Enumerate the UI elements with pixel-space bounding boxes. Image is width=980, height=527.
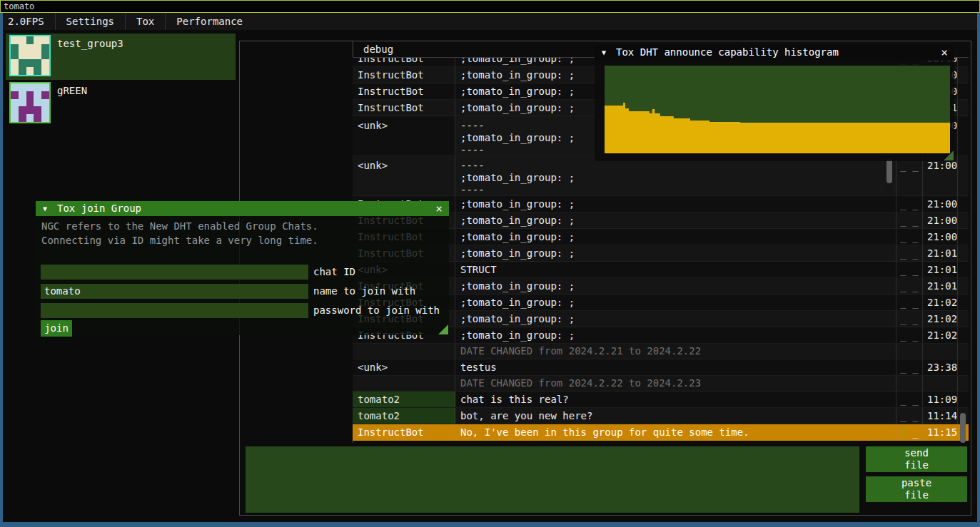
- sender-name-cell: [353, 376, 455, 391]
- chat-id-input[interactable]: [41, 265, 308, 280]
- avatar-pixel: [26, 36, 34, 44]
- delivery-ticks-cell: _ _: [896, 392, 923, 407]
- sender-name-cell: <unk>: [353, 359, 455, 375]
- delivery-tick: _: [906, 410, 919, 421]
- avatar-pixel: [11, 114, 19, 122]
- avatar-pixel: [34, 44, 41, 52]
- avatar-pixel: [19, 99, 26, 107]
- timestamp-cell: 21:01: [923, 278, 958, 294]
- menu-item-tox[interactable]: Tox: [126, 13, 165, 30]
- chat-row[interactable]: <unk>----;tomato_in_group: ;----_ _21:00: [353, 156, 969, 196]
- chat-id-label: chat ID: [313, 265, 355, 280]
- delivery-ticks-cell: _ _: [896, 262, 923, 277]
- join-group-title: Tox join Group: [57, 201, 141, 216]
- avatar-pixel: [41, 52, 49, 60]
- row-padding-cell: [958, 156, 969, 195]
- delivery-tick: _: [906, 231, 919, 242]
- message-cell: ;tomato_in_group: ;: [455, 245, 896, 261]
- resize-grip-icon[interactable]: [944, 150, 954, 160]
- chat-row[interactable]: DATE CHANGED from 2024.2.22 to 2024.2.23: [353, 376, 969, 392]
- paste-file-button[interactable]: paste file: [866, 476, 967, 502]
- dht-histogram-body: [595, 60, 954, 161]
- delivery-tick: _: [906, 198, 919, 210]
- message-cell: DATE CHANGED from 2024.2.22 to 2024.2.23: [455, 376, 896, 391]
- join-button[interactable]: join: [41, 320, 72, 337]
- delivery-tick: _: [900, 160, 906, 171]
- avatar-pixel: [26, 99, 34, 107]
- delivery-ticks-cell: _ _: [896, 295, 923, 310]
- chat-row[interactable]: tomato2bot, are you new here?_ _11:14: [353, 408, 969, 424]
- message-input[interactable]: [246, 446, 859, 513]
- timestamp-cell: 11:15: [923, 424, 958, 440]
- delivery-ticks-cell: _ _: [896, 359, 923, 375]
- collapse-arrow-icon[interactable]: ▼: [43, 201, 47, 216]
- delivery-tick: _: [906, 160, 919, 171]
- delivery-tick: _: [906, 394, 919, 405]
- menu-item-2-0fps[interactable]: 2.0FPS: [3, 13, 55, 30]
- group-name-label: test_group3: [57, 38, 123, 49]
- password-to-join-with-input[interactable]: [41, 303, 308, 318]
- group-item-green[interactable]: gREEN: [6, 81, 236, 127]
- avatar-pixel: [26, 91, 34, 99]
- chat-row[interactable]: <unk>testus_ _23:38: [353, 359, 969, 376]
- avatar-pixel: [11, 36, 19, 44]
- message-line: ;tomato_in_group: ;: [460, 172, 896, 184]
- message-scrollbar[interactable]: [886, 159, 892, 183]
- menu-item-performance[interactable]: Performance: [166, 13, 253, 30]
- chat-row[interactable]: tomato2chat is this real?_ _11:09: [353, 392, 969, 408]
- group-item-test-group3[interactable]: test_group3: [6, 34, 236, 80]
- resize-grip-icon[interactable]: [438, 324, 448, 334]
- avatar-pixel: [41, 91, 49, 99]
- delivery-tick: _: [906, 297, 919, 308]
- group-name-label: gREEN: [57, 85, 87, 96]
- delivery-tick: _: [906, 247, 919, 259]
- delivery-ticks-cell: [896, 376, 923, 391]
- name-to-join-with-input[interactable]: tomato: [41, 284, 308, 299]
- delivery-tick: _: [906, 329, 919, 341]
- chat-row[interactable]: InstructBotNo, I've been in this group f…: [353, 424, 969, 441]
- histogram-plot: [605, 66, 950, 153]
- delivery-tick: _: [906, 264, 919, 275]
- message-cell: ;tomato_in_group: ;: [455, 295, 896, 310]
- ngc-info-line: Connecting via ID might take a very long…: [41, 235, 318, 246]
- delivery-tick: _: [900, 231, 906, 242]
- avatar-pixel: [11, 106, 19, 114]
- timestamp-cell: 11:14: [923, 408, 958, 424]
- avatar-pixel: [19, 52, 26, 60]
- chat-scrollbar[interactable]: [960, 413, 966, 443]
- avatar-pixel: [41, 106, 49, 114]
- close-icon[interactable]: ×: [939, 45, 950, 60]
- delivery-tick: _: [900, 394, 906, 405]
- delivery-tick: _: [900, 215, 906, 226]
- row-padding-cell: [958, 245, 969, 261]
- avatar-pixel: [11, 67, 19, 75]
- row-padding-cell: [958, 262, 969, 277]
- close-icon[interactable]: ×: [433, 201, 445, 216]
- avatar-pixel: [41, 67, 49, 75]
- avatar-pixel: [41, 99, 49, 107]
- row-padding-cell: [958, 58, 969, 66]
- avatar-pixel: [41, 83, 49, 91]
- collapse-arrow-icon[interactable]: ▼: [602, 45, 606, 60]
- delivery-tick: d: [900, 426, 906, 438]
- timestamp-cell: 21:00: [923, 229, 958, 245]
- join-group-titlebar[interactable]: ▼ Tox join Group ×: [36, 201, 449, 216]
- delivery-tick: _: [906, 280, 919, 292]
- row-padding-cell: [958, 213, 969, 228]
- ngc-info-line: NGC refers to the New DHT enabled Group …: [41, 220, 318, 232]
- window-titlebar[interactable]: tomato: [0, 0, 980, 13]
- timestamp-cell: 21:01: [923, 262, 958, 277]
- tab-debug[interactable]: debug: [363, 44, 393, 55]
- chat-row[interactable]: DATE CHANGED from 2024.2.21 to 2024.2.22: [353, 344, 969, 359]
- delivery-ticks-cell: _ _: [896, 245, 923, 261]
- delivery-tick: _: [906, 362, 919, 373]
- send-file-button[interactable]: send file: [866, 446, 967, 472]
- avatar-pixel: [41, 44, 49, 52]
- row-padding-cell: [958, 376, 969, 391]
- avatar-pixel: [19, 91, 26, 99]
- histogram-bars: [605, 103, 950, 153]
- menu-item-settings[interactable]: Settings: [56, 13, 125, 30]
- delivery-tick: _: [900, 264, 906, 275]
- dht-histogram-titlebar[interactable]: ▼ Tox DHT announce capability histogram …: [595, 45, 954, 60]
- row-padding-cell: [958, 196, 969, 212]
